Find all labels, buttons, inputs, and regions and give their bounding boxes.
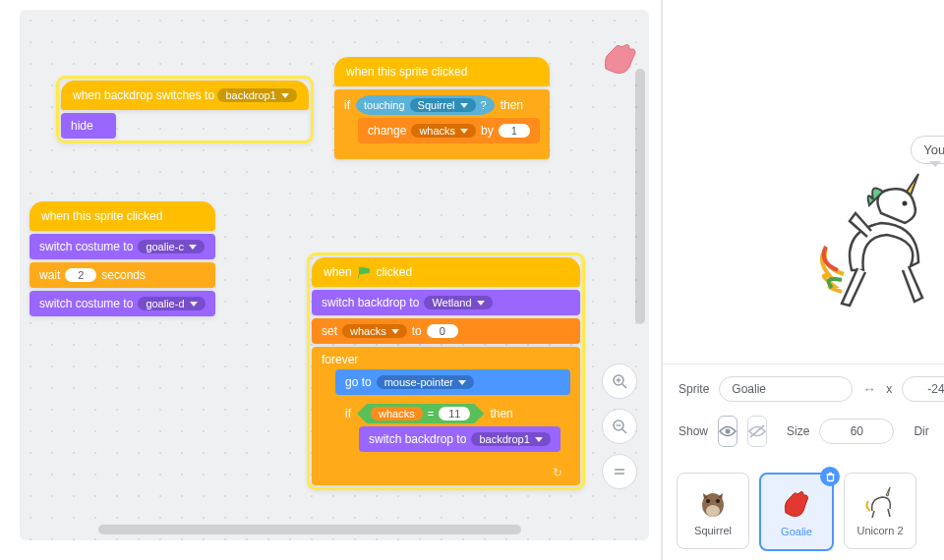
vertical-scrollbar[interactable] bbox=[635, 69, 645, 324]
sprite-properties: Sprite Goalie ↔ x -240 Show Size 60 Dir bbox=[663, 364, 944, 473]
script-stack-3[interactable]: when this sprite clicked switch costume … bbox=[30, 201, 215, 316]
svg-line-1 bbox=[622, 384, 626, 388]
block-label: switch backdrop to bbox=[369, 432, 466, 446]
change-label: change bbox=[368, 124, 406, 138]
script-stack-1[interactable]: when backdrop switches to backdrop1 hide bbox=[59, 79, 311, 140]
block-hide[interactable]: hide bbox=[61, 113, 116, 139]
dropdown-backdrop[interactable]: Wetland bbox=[424, 296, 492, 309]
block-label: hide bbox=[71, 119, 93, 133]
dropdown-touching-target[interactable]: Squirrel bbox=[410, 98, 476, 112]
thumb-label: Unicorn 2 bbox=[856, 525, 903, 536]
then-label: then bbox=[501, 98, 523, 112]
input-by-value[interactable]: 1 bbox=[499, 124, 530, 138]
eq-label: = bbox=[428, 408, 434, 420]
sprite-name-input[interactable]: Goalie bbox=[719, 376, 853, 402]
hat-when-sprite-clicked[interactable]: when this sprite clicked bbox=[334, 57, 550, 86]
then-label: then bbox=[490, 407, 512, 420]
reporter-var[interactable]: whacks bbox=[371, 407, 423, 420]
xy-arrow-icon: ↔ bbox=[862, 381, 876, 397]
block-label: switch costume to bbox=[39, 297, 133, 310]
if-label: if bbox=[345, 407, 351, 420]
input-eq-value[interactable]: 11 bbox=[439, 407, 470, 420]
touching-q: ? bbox=[481, 99, 487, 111]
block-goto[interactable]: go to mouse-pointer bbox=[335, 369, 570, 395]
input-set-value[interactable]: 0 bbox=[427, 324, 458, 338]
stage-preview[interactable]: You W bbox=[663, 0, 944, 364]
loop-arrow-icon: ↻ bbox=[322, 466, 570, 479]
dropdown-goto-target[interactable]: mouse-pointer bbox=[377, 375, 474, 389]
speech-bubble: You W bbox=[911, 136, 944, 164]
forever-label: forever bbox=[322, 353, 358, 366]
block-label: switch backdrop to bbox=[322, 296, 419, 309]
reporter-touching[interactable]: touching Squirrel ? bbox=[356, 95, 495, 115]
to-label: to bbox=[412, 324, 422, 338]
show-visible-button[interactable] bbox=[718, 416, 738, 447]
squirrel-icon bbox=[695, 485, 731, 521]
delete-sprite-button[interactable] bbox=[820, 467, 840, 486]
clicked-label: clicked bbox=[376, 265, 412, 279]
app-root: when backdrop switches to backdrop1 hide… bbox=[0, 0, 944, 560]
zoom-out-button[interactable] bbox=[602, 409, 637, 444]
dropdown-costume[interactable]: goalie-d bbox=[138, 297, 205, 310]
hat-when-sprite-clicked[interactable]: when this sprite clicked bbox=[30, 201, 215, 231]
block-label: when backdrop switches to bbox=[73, 88, 214, 102]
script-stack-2[interactable]: when this sprite clicked if touching Squ… bbox=[334, 57, 550, 159]
svg-point-14 bbox=[706, 499, 710, 503]
hat-when-flag-clicked[interactable]: when clicked bbox=[312, 257, 580, 287]
direction-label: Dir bbox=[914, 424, 928, 438]
goto-label: go to bbox=[345, 375, 372, 389]
block-set-var[interactable]: set whacks to 0 bbox=[312, 318, 580, 344]
seconds-label: seconds bbox=[101, 268, 146, 282]
sprite-drag-indicator bbox=[600, 39, 639, 79]
hat-when-backdrop-switches[interactable]: when backdrop switches to backdrop1 bbox=[61, 81, 309, 110]
when-label: when bbox=[324, 265, 352, 279]
block-switch-backdrop[interactable]: switch backdrop to backdrop1 bbox=[359, 426, 560, 452]
goalie-icon bbox=[779, 486, 814, 522]
svg-point-13 bbox=[706, 505, 720, 517]
reporter-equals[interactable]: whacks = 11 bbox=[357, 404, 484, 423]
x-label: x bbox=[886, 382, 892, 396]
horizontal-scrollbar[interactable] bbox=[98, 525, 521, 534]
dropdown-var[interactable]: whacks bbox=[411, 124, 476, 138]
sprite-thumb-goalie[interactable]: Goalie bbox=[759, 473, 834, 551]
dropdown-backdrop[interactable]: backdrop1 bbox=[217, 88, 296, 102]
svg-point-10 bbox=[726, 429, 731, 434]
wait-label: wait bbox=[39, 268, 60, 282]
x-input[interactable]: -240 bbox=[902, 376, 944, 402]
svg-line-20 bbox=[888, 509, 890, 517]
zoom-reset-button[interactable] bbox=[602, 454, 637, 489]
dropdown-backdrop[interactable]: backdrop1 bbox=[471, 432, 550, 446]
code-workspace[interactable]: when backdrop switches to backdrop1 hide… bbox=[20, 10, 649, 540]
dropdown-var[interactable]: whacks bbox=[342, 324, 407, 338]
green-flag-icon bbox=[358, 266, 370, 278]
sprite-list: Squirrel Goalie Unicorn 2 bbox=[663, 473, 944, 551]
dropdown-costume[interactable]: goalie-c bbox=[138, 240, 205, 253]
block-if[interactable]: if whacks = 11 then switch backdrop to bbox=[335, 398, 570, 466]
block-switch-costume[interactable]: switch costume to goalie-d bbox=[30, 291, 215, 316]
stage-sprite-unicorn bbox=[812, 172, 944, 329]
thumb-label: Squirrel bbox=[694, 525, 732, 536]
svg-point-15 bbox=[716, 499, 720, 503]
size-label: Size bbox=[787, 424, 809, 438]
block-label: when this sprite clicked bbox=[41, 209, 162, 223]
block-switch-costume[interactable]: switch costume to goalie-c bbox=[30, 234, 215, 259]
block-wait[interactable]: wait 2 seconds bbox=[30, 262, 215, 288]
svg-line-5 bbox=[622, 429, 626, 433]
zoom-in-button[interactable] bbox=[602, 364, 637, 399]
zoom-controls bbox=[602, 364, 637, 489]
block-if[interactable]: if touching Squirrel ? then change whack… bbox=[334, 89, 550, 159]
svg-point-9 bbox=[903, 201, 908, 206]
sprite-thumb-unicorn[interactable]: Unicorn 2 bbox=[844, 473, 916, 549]
block-switch-backdrop[interactable]: switch backdrop to Wetland bbox=[312, 290, 580, 315]
by-label: by bbox=[481, 124, 494, 138]
block-forever[interactable]: forever go to mouse-pointer if whacks = … bbox=[312, 347, 580, 485]
size-input[interactable]: 60 bbox=[819, 419, 894, 444]
input-wait-value[interactable]: 2 bbox=[65, 268, 96, 282]
sprite-thumb-squirrel[interactable]: Squirrel bbox=[677, 473, 749, 549]
right-panel: You W Sprite Goalie ↔ x bbox=[661, 0, 944, 560]
touching-label: touching bbox=[364, 99, 405, 111]
show-hidden-button[interactable] bbox=[747, 416, 767, 447]
block-change-var[interactable]: change whacks by 1 bbox=[358, 118, 540, 143]
show-label: Show bbox=[678, 424, 708, 438]
script-stack-4[interactable]: when clicked switch backdrop to Wetland … bbox=[310, 255, 582, 487]
